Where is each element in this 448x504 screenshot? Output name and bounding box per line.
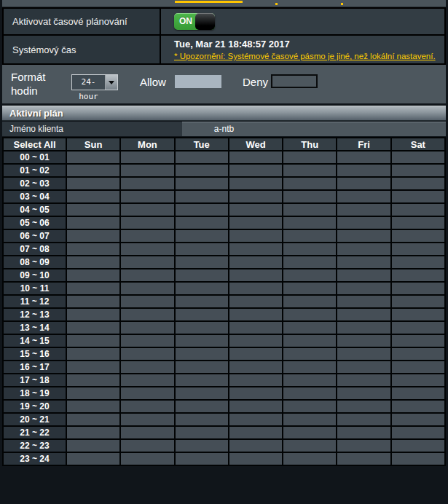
schedule-cell[interactable] (337, 308, 390, 321)
time-slot-label[interactable]: 11 ~ 12 (3, 295, 66, 308)
schedule-cell[interactable] (229, 439, 283, 452)
schedule-cell[interactable] (391, 203, 445, 216)
schedule-cell[interactable] (229, 374, 283, 387)
time-slot-label[interactable]: 07 ~ 08 (3, 243, 66, 256)
schedule-cell[interactable] (120, 269, 174, 282)
schedule-cell[interactable] (391, 282, 445, 295)
allow-color-swatch[interactable] (175, 75, 221, 88)
time-slot-label[interactable]: 02 ~ 03 (3, 177, 66, 190)
schedule-cell[interactable] (66, 387, 120, 400)
schedule-cell[interactable] (337, 400, 390, 413)
schedule-cell[interactable] (120, 308, 174, 321)
schedule-cell[interactable] (337, 334, 390, 347)
schedule-cell[interactable] (229, 321, 283, 334)
schedule-cell[interactable] (391, 190, 445, 203)
select-all-header[interactable]: Select All (3, 138, 66, 151)
schedule-cell[interactable] (283, 256, 337, 269)
time-slot-label[interactable]: 01 ~ 02 (3, 164, 66, 177)
schedule-cell[interactable] (175, 177, 229, 190)
schedule-cell[interactable] (120, 295, 174, 308)
schedule-cell[interactable] (229, 347, 283, 361)
schedule-cell[interactable] (66, 243, 120, 256)
schedule-cell[interactable] (229, 361, 283, 374)
time-slot-label[interactable]: 20 ~ 21 (3, 413, 66, 426)
schedule-cell[interactable] (120, 203, 174, 216)
schedule-cell[interactable] (391, 321, 445, 334)
schedule-cell[interactable] (175, 347, 229, 361)
schedule-cell[interactable] (283, 308, 337, 321)
schedule-cell[interactable] (391, 216, 445, 229)
schedule-cell[interactable] (391, 387, 445, 400)
schedule-cell[interactable] (283, 347, 337, 361)
schedule-cell[interactable] (391, 151, 445, 164)
schedule-cell[interactable] (337, 413, 390, 426)
schedule-cell[interactable] (283, 452, 337, 465)
schedule-cell[interactable] (66, 229, 120, 243)
schedule-cell[interactable] (175, 321, 229, 334)
schedule-cell[interactable] (283, 282, 337, 295)
schedule-cell[interactable] (229, 177, 283, 190)
schedule-cell[interactable] (175, 374, 229, 387)
schedule-cell[interactable] (66, 413, 120, 426)
schedule-cell[interactable] (229, 229, 283, 243)
schedule-cell[interactable] (120, 452, 174, 465)
schedule-cell[interactable] (66, 334, 120, 347)
day-header-tue[interactable]: Tue (175, 138, 229, 151)
clock-format-select[interactable]: 24-hour (71, 74, 118, 90)
schedule-cell[interactable] (120, 216, 174, 229)
schedule-cell[interactable] (120, 439, 174, 452)
schedule-cell[interactable] (120, 229, 174, 243)
schedule-cell[interactable] (337, 387, 390, 400)
schedule-cell[interactable] (229, 426, 283, 439)
schedule-cell[interactable] (66, 426, 120, 439)
schedule-cell[interactable] (337, 177, 390, 190)
schedule-cell[interactable] (391, 426, 445, 439)
schedule-cell[interactable] (175, 203, 229, 216)
day-header-sat[interactable]: Sat (391, 138, 445, 151)
schedule-cell[interactable] (175, 164, 229, 177)
schedule-cell[interactable] (229, 413, 283, 426)
schedule-cell[interactable] (337, 321, 390, 334)
schedule-cell[interactable] (391, 374, 445, 387)
schedule-cell[interactable] (120, 426, 174, 439)
schedule-cell[interactable] (229, 282, 283, 295)
schedule-cell[interactable] (66, 452, 120, 465)
schedule-cell[interactable] (175, 439, 229, 452)
schedule-cell[interactable] (337, 282, 390, 295)
day-header-thu[interactable]: Thu (283, 138, 337, 151)
time-slot-label[interactable]: 16 ~ 17 (3, 361, 66, 374)
time-slot-label[interactable]: 14 ~ 15 (3, 334, 66, 347)
time-slot-label[interactable]: 10 ~ 11 (3, 282, 66, 295)
schedule-cell[interactable] (66, 361, 120, 374)
time-slot-label[interactable]: 00 ~ 01 (3, 151, 66, 164)
schedule-cell[interactable] (175, 334, 229, 347)
time-slot-label[interactable]: 22 ~ 23 (3, 439, 66, 452)
schedule-cell[interactable] (66, 216, 120, 229)
schedule-cell[interactable] (120, 321, 174, 334)
schedule-cell[interactable] (283, 269, 337, 282)
time-scheduling-toggle[interactable]: ON (174, 13, 215, 30)
schedule-cell[interactable] (229, 269, 283, 282)
schedule-cell[interactable] (391, 269, 445, 282)
time-slot-label[interactable]: 13 ~ 14 (3, 321, 66, 334)
schedule-cell[interactable] (120, 164, 174, 177)
schedule-cell[interactable] (175, 308, 229, 321)
schedule-cell[interactable] (229, 243, 283, 256)
schedule-cell[interactable] (66, 295, 120, 308)
time-slot-label[interactable]: 09 ~ 10 (3, 269, 66, 282)
schedule-cell[interactable] (283, 229, 337, 243)
schedule-cell[interactable] (66, 321, 120, 334)
schedule-cell[interactable] (120, 243, 174, 256)
schedule-cell[interactable] (66, 347, 120, 361)
schedule-cell[interactable] (175, 361, 229, 374)
time-slot-label[interactable]: 15 ~ 16 (3, 347, 66, 361)
schedule-cell[interactable] (66, 203, 120, 216)
schedule-cell[interactable] (283, 164, 337, 177)
schedule-cell[interactable] (66, 308, 120, 321)
schedule-cell[interactable] (175, 387, 229, 400)
schedule-cell[interactable] (391, 347, 445, 361)
schedule-cell[interactable] (66, 374, 120, 387)
schedule-cell[interactable] (229, 295, 283, 308)
schedule-cell[interactable] (175, 413, 229, 426)
schedule-cell[interactable] (337, 151, 390, 164)
